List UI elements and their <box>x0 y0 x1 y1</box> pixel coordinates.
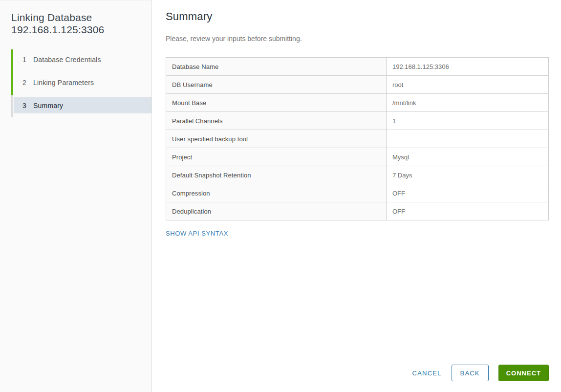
row-value: 1 <box>387 112 549 130</box>
wizard-main-panel: Summary Please, review your inputs befor… <box>152 0 561 392</box>
row-value: root <box>387 76 549 94</box>
table-row: Compression OFF <box>166 184 549 202</box>
step-progress-bar <box>11 72 13 96</box>
row-label: Default Snapshot Retention <box>166 166 387 184</box>
step-number: 3 <box>22 102 33 109</box>
table-row: Deduplication OFF <box>166 202 549 220</box>
row-value: OFF <box>387 184 549 202</box>
row-label: DB Username <box>166 76 387 94</box>
row-value: Mysql <box>387 148 549 166</box>
back-button[interactable]: BACK <box>452 365 489 381</box>
row-label: Mount Base <box>166 94 387 112</box>
step-progress-bar <box>11 95 13 117</box>
table-row: User specified backup tool <box>166 130 549 148</box>
step-number: 1 <box>22 56 33 64</box>
table-row: DB Username root <box>166 76 549 94</box>
table-row: Mount Base /mnt/link <box>166 94 549 112</box>
row-value <box>387 130 549 148</box>
row-label: User specified backup tool <box>166 130 387 148</box>
step-number: 2 <box>22 79 33 87</box>
row-value: 192.168.1.125:3306 <box>387 58 549 76</box>
cancel-button[interactable]: CANCEL <box>410 365 445 381</box>
wizard-title: Linking Database 192.168.1.125:3306 <box>11 11 151 36</box>
table-row: Database Name 192.168.1.125:3306 <box>166 58 549 76</box>
step-item-summary[interactable]: 3 Summary <box>11 97 151 113</box>
step-label: Linking Parameters <box>33 79 94 87</box>
step-item-linking-parameters[interactable]: 2 Linking Parameters <box>11 74 151 90</box>
step-label: Summary <box>33 102 63 109</box>
row-label: Database Name <box>166 58 387 76</box>
wizard-title-line2: 192.168.1.125:3306 <box>11 23 151 36</box>
row-label: Deduplication <box>166 202 387 220</box>
page-subtitle: Please, review your inputs before submit… <box>166 35 549 43</box>
step-label: Database Credentials <box>33 56 101 64</box>
table-row: Parallel Channels 1 <box>166 112 549 130</box>
linking-database-wizard: Linking Database 192.168.1.125:3306 1 Da… <box>0 0 561 392</box>
row-label: Project <box>166 148 387 166</box>
row-value: /mnt/link <box>387 94 549 112</box>
row-label: Parallel Channels <box>166 112 387 130</box>
row-value: OFF <box>387 202 549 220</box>
step-item-database-credentials[interactable]: 1 Database Credentials <box>11 51 151 67</box>
wizard-sidebar: Linking Database 192.168.1.125:3306 1 Da… <box>0 0 152 392</box>
show-api-syntax-link[interactable]: SHOW API SYNTAX <box>166 230 228 237</box>
wizard-step-list: 1 Database Credentials 2 Linking Paramet… <box>11 51 151 113</box>
row-value: 7 Days <box>387 166 549 184</box>
row-label: Compression <box>166 184 387 202</box>
summary-table: Database Name 192.168.1.125:3306 DB User… <box>166 57 549 220</box>
wizard-title-line1: Linking Database <box>11 11 151 23</box>
page-title: Summary <box>166 10 549 23</box>
table-row: Default Snapshot Retention 7 Days <box>166 166 549 184</box>
table-row: Project Mysql <box>166 148 549 166</box>
step-progress-bar <box>11 49 13 73</box>
connect-button[interactable]: CONNECT <box>498 365 549 381</box>
wizard-footer: CANCEL BACK CONNECT <box>410 365 549 381</box>
